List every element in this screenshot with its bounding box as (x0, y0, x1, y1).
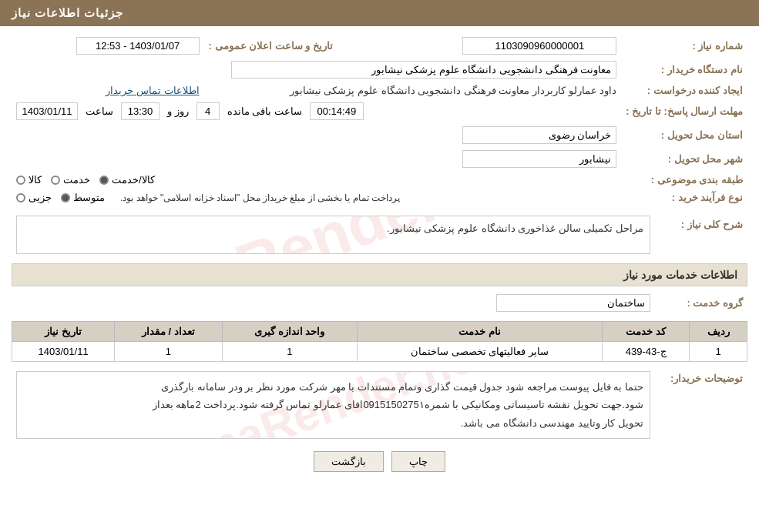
ostan-value: خراسان رضوی (12, 123, 621, 147)
radio-jozee[interactable]: جزیی (16, 192, 52, 203)
ijad-label: ایجاد کننده درخواست : (621, 82, 747, 99)
mohlat-label: مهلت ارسال پاسخ: تا تاریخ : (621, 99, 747, 123)
services-table: ردیف کد خدمت نام خدمت واحد اندازه گیری ت… (12, 321, 747, 362)
nooe-options: پرداخت تمام یا بخشی از مبلغ خریداز محل "… (12, 189, 621, 206)
grooh-label: گروه خدمت : (655, 291, 747, 315)
shahr-value: نیشابور (12, 147, 621, 171)
namdastgah-value: معاونت فرهنگی دانشجویی دانشگاه علوم پزشک… (12, 58, 621, 82)
etelaaat-tamas-link[interactable]: اطلاعات تماس خریدار (12, 82, 204, 99)
mohlat-values: 00:14:49 ساعت باقی مانده 4 روز و 13:30 س… (12, 99, 621, 123)
radio-kala[interactable]: کالا (16, 174, 42, 186)
sharh-label: شرح کلی نیاز : (655, 212, 747, 257)
col-tarikh: تاریخ نیاز (12, 322, 115, 342)
tabaqe-options: کالا/خدمت خدمت کالا (12, 171, 621, 189)
radio-kala-khedmat[interactable]: کالا/خدمت (99, 174, 155, 186)
radio-motavaset[interactable]: متوسط (61, 192, 105, 203)
radio-khedmat[interactable]: خدمت (51, 174, 90, 186)
button-row: بازگشت چاپ (12, 451, 747, 472)
sharh-value: AnaRender.net مراحل تکمیلی سالن غذاخوری … (12, 212, 655, 257)
grooh-value: ساختمان (12, 291, 655, 315)
back-button[interactable]: بازگشت (314, 451, 384, 472)
page-header: جزئیات اطلاعات نیاز (0, 0, 759, 26)
ostan-label: استان محل تحویل : (621, 123, 747, 147)
shahr-label: شهر محل تحویل : (621, 147, 747, 171)
purchase-note: پرداخت تمام یا بخشی از مبلغ خریداز محل "… (120, 192, 400, 203)
tabaqe-label: طبقه بندی موضوعی : (621, 171, 747, 189)
tarikh-label: تاریخ و ساعت اعلان عمومی : (204, 34, 338, 58)
col-kod: کد خدمت (603, 322, 690, 342)
table-row: 1ج-43-439سایر فعالیتهای تخصصی ساختمان111… (12, 342, 747, 362)
namdastgah-label: نام دستگاه خریدار : (621, 58, 747, 82)
shomara-value: 1103090960000001 (361, 34, 621, 58)
print-button[interactable]: چاپ (391, 451, 445, 472)
page-title: جزئیات اطلاعات نیاز (12, 6, 123, 19)
ijad-value: داود عمارلو کاربردار معاونت فرهنگی دانشج… (204, 82, 622, 99)
tawzih-value: AnaRender.net حتما به فایل پیوست مراجعه … (12, 368, 655, 442)
tarikh-value: 1403/01/07 - 12:53 (12, 34, 204, 58)
tawzih-label: توضیحات خریدار: (655, 368, 747, 442)
col-radif: ردیف (690, 322, 747, 342)
col-vahed: واحد اندازه گیری (222, 322, 358, 342)
col-naam: نام خدمت (358, 322, 603, 342)
col-tedad: تعداد / مقدار (115, 322, 222, 342)
khadamat-section-title: اطلاعات خدمات مورد نیاز (12, 263, 747, 286)
shomara-label: شماره نیاز : (621, 34, 747, 58)
nooe-label: نوع فرآیند خرید : (621, 189, 747, 206)
